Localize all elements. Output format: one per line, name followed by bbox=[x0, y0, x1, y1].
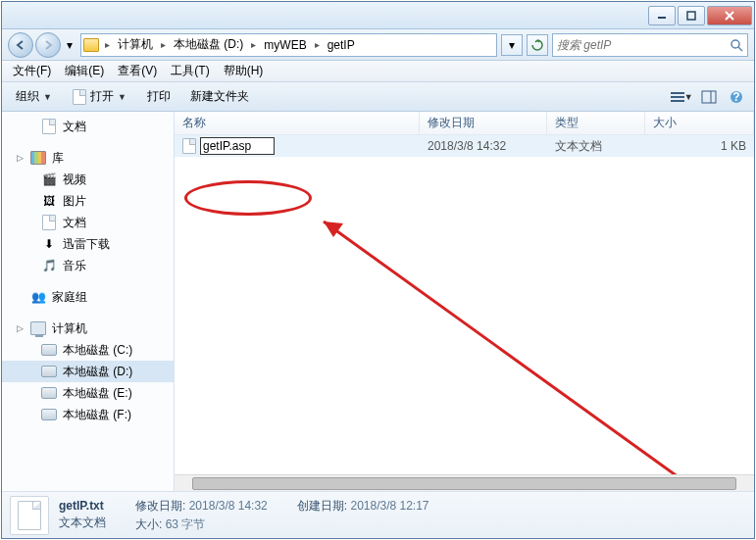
sidebar-item-drive-d[interactable]: 本地磁盘 (D:) bbox=[2, 361, 174, 382]
search-input[interactable] bbox=[557, 38, 730, 52]
crumb-getip[interactable]: getIP bbox=[322, 34, 361, 56]
menu-tools[interactable]: 工具(T) bbox=[164, 61, 216, 81]
svg-line-13 bbox=[324, 221, 745, 474]
svg-rect-7 bbox=[671, 96, 684, 98]
minimize-button[interactable] bbox=[648, 6, 676, 25]
svg-rect-8 bbox=[671, 100, 684, 102]
menu-file[interactable]: 文件(F) bbox=[6, 61, 58, 81]
address-bar: ▾ ▸ 计算机▸ 本地磁盘 (D:)▸ myWEB▸ getIP ▾ bbox=[2, 29, 754, 61]
body: 文档 ▷库 🎬视频 🖼图片 文档 ⬇迅雷下载 🎵音乐 👥家庭组 ▷计算机 本地磁… bbox=[2, 112, 754, 491]
toolbar: 组织▼ 打开▼ 打印 新建文件夹 ▼ ? bbox=[2, 82, 754, 112]
breadcrumb[interactable]: ▸ 计算机▸ 本地磁盘 (D:)▸ myWEB▸ getIP bbox=[80, 33, 497, 57]
toolbar-print[interactable]: 打印 bbox=[139, 85, 178, 108]
col-type[interactable]: 类型 bbox=[547, 112, 645, 134]
close-button[interactable] bbox=[707, 6, 752, 25]
breadcrumb-dropdown[interactable]: ▾ bbox=[501, 34, 523, 56]
crumb-computer[interactable]: 计算机 bbox=[112, 34, 159, 56]
sidebar-item-documents[interactable]: 文档 bbox=[2, 116, 174, 137]
rename-input[interactable] bbox=[200, 137, 275, 155]
sidebar-item-pictures[interactable]: 🖼图片 bbox=[2, 190, 174, 212]
file-icon bbox=[73, 89, 86, 105]
sidebar-item-drive-c[interactable]: 本地磁盘 (C:) bbox=[2, 339, 174, 361]
preview-pane-button[interactable] bbox=[697, 86, 721, 108]
annotation-arrow bbox=[304, 202, 754, 474]
sidebar-item-homegroup[interactable]: 👥家庭组 bbox=[2, 286, 174, 308]
sidebar-item-thunder[interactable]: ⬇迅雷下载 bbox=[2, 233, 174, 255]
sidebar: 文档 ▷库 🎬视频 🖼图片 文档 ⬇迅雷下载 🎵音乐 👥家庭组 ▷计算机 本地磁… bbox=[2, 112, 175, 491]
status-bar: getIP.txt 文本文档 修改日期: 2018/3/8 14:32 创建日期… bbox=[2, 491, 754, 538]
svg-line-5 bbox=[738, 47, 742, 51]
menu-view[interactable]: 查看(V) bbox=[111, 61, 164, 81]
col-modified[interactable]: 修改日期 bbox=[420, 112, 547, 134]
status-filetype: 文本文档 bbox=[59, 515, 106, 531]
status-text: getIP.txt 文本文档 bbox=[59, 499, 106, 531]
menu-edit[interactable]: 编辑(E) bbox=[58, 61, 111, 81]
sidebar-item-drive-e[interactable]: 本地磁盘 (E:) bbox=[2, 382, 174, 404]
column-headers: 名称 修改日期 类型 大小 bbox=[175, 112, 754, 135]
sidebar-item-docs2[interactable]: 文档 bbox=[2, 212, 174, 233]
status-file-icon bbox=[10, 496, 49, 535]
crumb-myweb[interactable]: myWEB bbox=[258, 34, 312, 56]
explorer-window: ▾ ▸ 计算机▸ 本地磁盘 (D:)▸ myWEB▸ getIP ▾ 文件(F)… bbox=[1, 1, 755, 539]
toolbar-newfolder[interactable]: 新建文件夹 bbox=[182, 85, 257, 108]
svg-rect-9 bbox=[702, 91, 716, 103]
crumb-drive-d[interactable]: 本地磁盘 (D:) bbox=[168, 34, 249, 56]
svg-rect-1 bbox=[687, 12, 695, 20]
col-name[interactable]: 名称 bbox=[175, 112, 420, 134]
file-row[interactable]: 2018/3/8 14:32 文本文档 1 KB bbox=[175, 135, 754, 157]
file-icon bbox=[182, 138, 196, 154]
svg-marker-14 bbox=[324, 221, 343, 237]
menubar: 文件(F) 编辑(E) 查看(V) 工具(T) 帮助(H) bbox=[2, 61, 754, 82]
refresh-button[interactable] bbox=[527, 34, 548, 56]
file-list[interactable]: 2018/3/8 14:32 文本文档 1 KB bbox=[175, 135, 754, 474]
help-button[interactable]: ? bbox=[725, 86, 748, 108]
horizontal-scrollbar[interactable] bbox=[175, 474, 754, 491]
status-meta: 修改日期: 2018/3/8 14:32 创建日期: 2018/3/8 12:1… bbox=[135, 498, 429, 533]
search-icon bbox=[730, 38, 743, 52]
search-box[interactable] bbox=[552, 33, 748, 57]
cell-type: 文本文档 bbox=[547, 138, 645, 155]
svg-point-4 bbox=[731, 40, 739, 48]
folder-icon bbox=[83, 38, 99, 52]
sidebar-item-music[interactable]: 🎵音乐 bbox=[2, 255, 174, 276]
maximize-button[interactable] bbox=[678, 6, 705, 25]
col-size[interactable]: 大小 bbox=[645, 112, 754, 134]
cell-modified: 2018/3/8 14:32 bbox=[420, 139, 547, 153]
toolbar-organize[interactable]: 组织▼ bbox=[8, 85, 61, 108]
nav-history-dropdown[interactable]: ▾ bbox=[63, 35, 76, 55]
sidebar-item-computer[interactable]: ▷计算机 bbox=[2, 318, 174, 339]
svg-text:?: ? bbox=[732, 90, 739, 104]
content-pane: 名称 修改日期 类型 大小 2018/3/8 14:32 文本文档 1 KB bbox=[175, 112, 754, 491]
cell-size: 1 KB bbox=[645, 139, 754, 153]
sidebar-item-drive-f[interactable]: 本地磁盘 (F:) bbox=[2, 404, 174, 425]
titlebar bbox=[2, 2, 754, 29]
forward-button[interactable] bbox=[35, 32, 61, 58]
sidebar-item-libraries[interactable]: ▷库 bbox=[2, 147, 174, 169]
view-options-button[interactable]: ▼ bbox=[670, 86, 693, 108]
sidebar-item-videos[interactable]: 🎬视频 bbox=[2, 169, 174, 190]
toolbar-open[interactable]: 打开▼ bbox=[65, 85, 135, 108]
annotation-ellipse bbox=[184, 180, 312, 216]
menu-help[interactable]: 帮助(H) bbox=[217, 61, 271, 81]
svg-rect-6 bbox=[671, 92, 684, 94]
back-button[interactable] bbox=[8, 32, 33, 58]
status-filename: getIP.txt bbox=[59, 499, 106, 513]
